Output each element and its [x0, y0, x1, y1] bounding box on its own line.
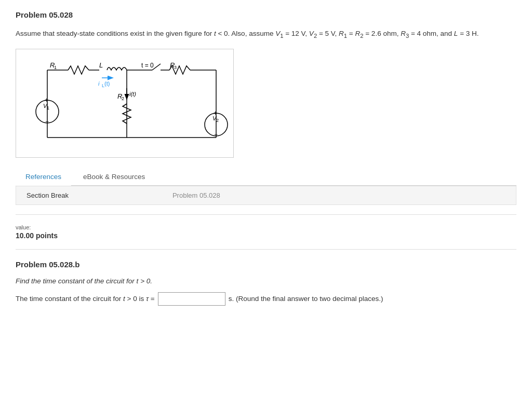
tab-references[interactable]: References	[16, 168, 71, 186]
problem-b-title: Problem 05.028.b	[16, 260, 516, 269]
svg-text:+: +	[214, 109, 217, 117]
circuit-diagram: R 1 L t = 0 R 3	[16, 49, 234, 158]
svg-text:L: L	[99, 61, 103, 69]
svg-text:+: +	[45, 97, 48, 104]
section-break-bar: Section Break Problem 05.028	[16, 186, 516, 205]
find-text: Find the time constant of the circuit fo…	[16, 277, 516, 285]
svg-text:i: i	[98, 80, 100, 87]
svg-text:(t): (t)	[104, 80, 110, 87]
page-container: Problem 05.028 Assume that steady-state …	[0, 0, 532, 316]
value-label: value:	[16, 224, 516, 230]
problem-title: Problem 05.028	[16, 10, 516, 19]
answer-input[interactable]	[158, 292, 225, 306]
svg-text:1: 1	[47, 105, 49, 111]
answer-text-before: The time constant of the circuit for t >…	[16, 295, 155, 303]
tab-ebook-resources[interactable]: eBook & Resources	[73, 168, 155, 185]
divider-2	[16, 249, 516, 250]
tabs-container: References eBook & Resources	[16, 168, 516, 186]
svg-text:i(t): i(t)	[129, 91, 136, 97]
problem-statement: Assume that steady-state conditions exis…	[16, 29, 516, 40]
divider-1	[16, 214, 516, 215]
svg-text:2: 2	[216, 118, 219, 123]
svg-text:2: 2	[122, 96, 124, 101]
svg-text:3: 3	[174, 65, 177, 70]
answer-row: The time constant of the circuit for t >…	[16, 292, 516, 306]
svg-text:−: −	[214, 131, 218, 138]
circuit-svg: R 1 L t = 0 R 3	[16, 49, 234, 158]
section-break-label: Section Break	[26, 191, 69, 199]
svg-text:−: −	[45, 118, 49, 125]
section-break-problem: Problem 05.028	[172, 191, 220, 199]
svg-text:t = 0: t = 0	[141, 62, 154, 69]
points-value: 10.00 points	[16, 231, 516, 240]
answer-text-after: s. (Round the final answer to two decima…	[229, 295, 383, 303]
svg-text:1: 1	[54, 65, 57, 70]
